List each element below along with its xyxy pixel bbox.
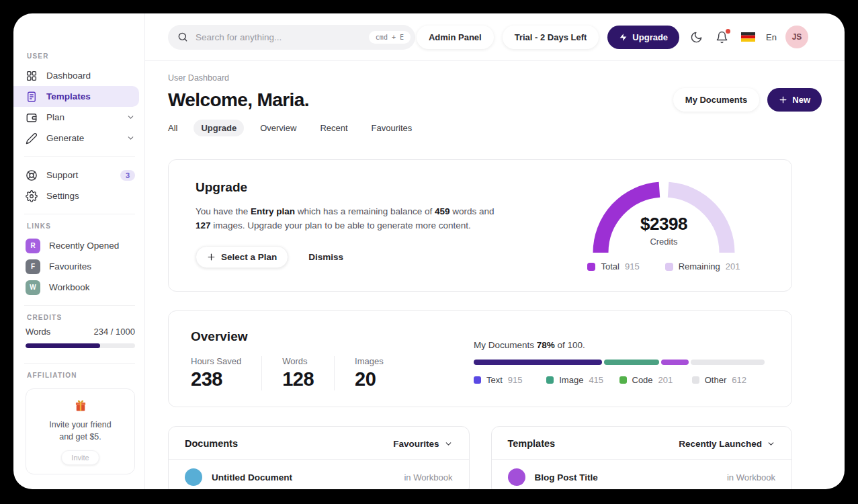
- notifications-bell-icon[interactable]: [716, 31, 728, 44]
- affiliation-text: Invite your friend and get $5.: [32, 419, 129, 443]
- bar-segment-image: [604, 360, 659, 365]
- legend-value: 915: [508, 375, 523, 385]
- sidebar-item-plan[interactable]: Plan: [26, 107, 135, 128]
- bar-segment-other: [691, 360, 765, 365]
- document-location: in Workbook: [404, 472, 452, 482]
- sidebar-item-label: Plan: [46, 112, 65, 122]
- favourites-initial-badge: F: [26, 259, 40, 274]
- sidebar-link-favourites[interactable]: F Favourites: [26, 256, 135, 277]
- search-shortcut-badge: cmd + E: [369, 31, 411, 44]
- overview-card: Overview Hours Saved 238 Words 128 Image…: [168, 310, 792, 407]
- search-input[interactable]: [194, 32, 369, 43]
- german-flag-icon[interactable]: [741, 32, 755, 42]
- filter-tabs: All Upgrade Overview Recent Favourites: [161, 120, 807, 136]
- documents-card-title: Documents: [185, 438, 238, 449]
- dashboard-content: User Dashboard Welcome, Maria. My Docume…: [145, 61, 845, 489]
- legend-label: Text: [486, 375, 503, 385]
- templates-document-icon: [26, 91, 38, 103]
- templates-card-title: Templates: [508, 438, 556, 449]
- sidebar-item-settings[interactable]: Settings: [26, 185, 135, 206]
- legend-swatch: [665, 263, 673, 271]
- grid-icon: [26, 70, 38, 82]
- template-avatar: [508, 468, 525, 486]
- stat-label: Images: [355, 356, 384, 366]
- trial-status-button[interactable]: Trial - 2 Days Left: [503, 26, 599, 49]
- main-area: cmd + E Admin Panel Trial - 2 Days Left …: [145, 13, 845, 489]
- upgrade-card-actions: Select a Plan Dismiss: [196, 246, 495, 268]
- stat-label: Words: [282, 356, 314, 366]
- document-avatar: [185, 468, 202, 486]
- my-documents-button[interactable]: My Documents: [673, 88, 759, 112]
- legend-swatch: [619, 376, 627, 384]
- stat-value: 128: [282, 368, 314, 390]
- search-bar[interactable]: cmd + E: [168, 25, 415, 50]
- stat-value: 20: [355, 368, 384, 390]
- sidebar-link-label: Favourites: [49, 261, 91, 271]
- sidebar-item-generate[interactable]: Generate: [26, 128, 135, 149]
- sidebar-link-label: Recently Opened: [49, 241, 119, 251]
- tab-upgrade[interactable]: Upgrade: [194, 120, 244, 136]
- stat-label: Hours Saved: [191, 356, 241, 366]
- legend-value: 415: [589, 375, 603, 385]
- sidebar-link-recently-opened[interactable]: R Recently Opened: [26, 235, 135, 256]
- tab-overview[interactable]: Overview: [253, 120, 304, 136]
- plus-icon: [779, 95, 787, 104]
- documents-progress-panel: My Documents 78% of 100. Text 915: [474, 340, 765, 388]
- tab-all[interactable]: All: [161, 120, 185, 136]
- new-button[interactable]: New: [767, 88, 822, 112]
- legend-swatch: [587, 263, 595, 271]
- wallet-icon: [26, 112, 38, 124]
- credits-row: Words 234 / 1000: [26, 327, 135, 337]
- credits-gauge-panel: $2398 Credits Total 915 Remaining: [563, 180, 765, 272]
- template-list-item[interactable]: Blog Post Title in Workbook: [492, 460, 792, 489]
- recently-opened-initial-badge: R: [26, 239, 40, 253]
- sidebar-link-workbook[interactable]: W Workbook: [26, 277, 135, 298]
- legend-item-text: Text 915: [474, 375, 546, 385]
- sidebar-section-affiliation: AFFILIATION: [27, 372, 135, 379]
- documents-stacked-bar: [474, 360, 765, 365]
- search-icon: [177, 32, 188, 42]
- upgrade-button[interactable]: Upgrade: [607, 26, 679, 49]
- stat-images: Images 20: [334, 356, 404, 390]
- sidebar-item-templates[interactable]: Templates: [13, 86, 139, 107]
- sidebar-divider: [24, 305, 135, 306]
- documents-filter-dropdown[interactable]: Favourites: [393, 439, 452, 449]
- sidebar-item-label: Generate: [46, 133, 84, 143]
- gauge-amount: $2398: [590, 214, 738, 235]
- page-title: Welcome, Maria.: [168, 89, 309, 111]
- legend-item-remaining: Remaining 201: [665, 261, 740, 271]
- sidebar-item-support[interactable]: Support 3: [26, 165, 135, 185]
- dismiss-button[interactable]: Dismiss: [308, 252, 343, 262]
- sidebar-item-label: Dashboard: [46, 71, 91, 81]
- sidebar-divider: [24, 156, 135, 157]
- lightning-icon: [619, 33, 628, 42]
- stat-words: Words 128: [261, 356, 334, 390]
- overview-stats-panel: Overview Hours Saved 238 Words 128 Image…: [191, 329, 449, 388]
- gauge-legend: Total 915 Remaining 201: [587, 261, 740, 271]
- legend-value: 201: [658, 375, 673, 385]
- legend-item-code: Code 201: [619, 375, 692, 385]
- workbook-initial-badge: W: [26, 280, 40, 295]
- document-list-item[interactable]: Untitled Document in Workbook: [169, 460, 469, 489]
- invite-button[interactable]: Invite: [61, 450, 99, 465]
- tab-recent[interactable]: Recent: [312, 120, 355, 136]
- select-plan-button[interactable]: Select a Plan: [196, 246, 288, 268]
- title-row: Welcome, Maria. My Documents New: [168, 88, 807, 112]
- sidebar-item-label: Settings: [46, 191, 79, 201]
- templates-filter-dropdown[interactable]: Recently Launched: [679, 439, 775, 449]
- chevron-down-icon: [126, 134, 135, 142]
- bar-segment-code: [661, 360, 689, 365]
- dark-mode-moon-icon[interactable]: [690, 31, 703, 44]
- user-avatar[interactable]: JS: [785, 26, 808, 48]
- admin-panel-button[interactable]: Admin Panel: [417, 26, 494, 49]
- sidebar-item-dashboard[interactable]: Dashboard: [26, 65, 135, 86]
- bar-segment-text: [474, 360, 602, 365]
- topbar: cmd + E Admin Panel Trial - 2 Days Left …: [145, 13, 845, 61]
- legend-label: Image: [559, 375, 583, 385]
- gauge-caption: Credits: [590, 237, 738, 247]
- tab-favourites[interactable]: Favourites: [364, 120, 420, 136]
- gear-icon: [26, 190, 38, 202]
- topbar-actions: Admin Panel Trial - 2 Days Left Upgrade: [417, 26, 808, 49]
- legend-item-image: Image 415: [546, 375, 619, 385]
- language-label[interactable]: En: [766, 32, 777, 42]
